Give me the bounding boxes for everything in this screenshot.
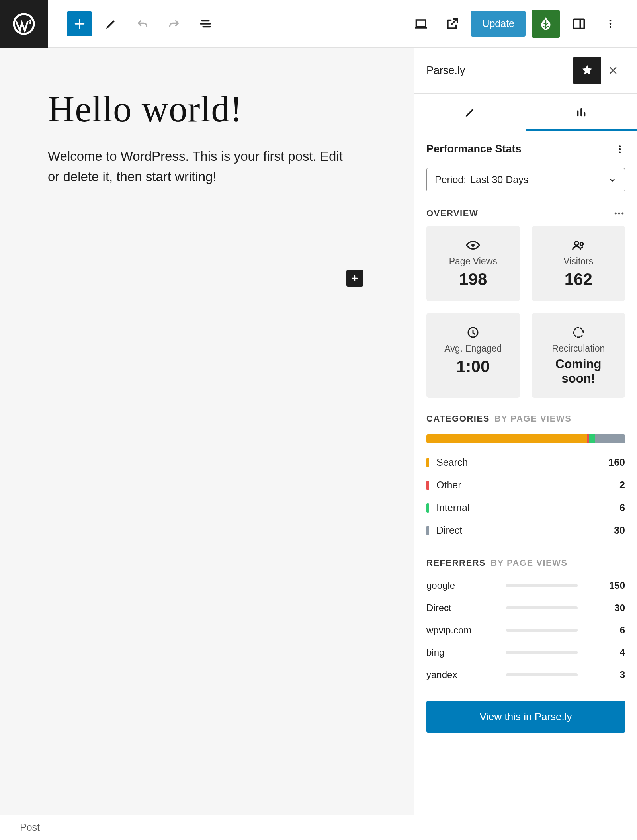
categories-bar-chart (426, 434, 625, 443)
category-chip (426, 526, 429, 535)
list-icon (198, 17, 213, 31)
tab-stats[interactable] (526, 94, 637, 131)
editor-canvas[interactable]: Hello world! Welcome to WordPress. This … (0, 48, 414, 815)
kebab-icon (615, 144, 625, 154)
card-recirculation-value: Coming soon! (538, 357, 619, 386)
card-visitors-value: 162 (565, 270, 592, 289)
svg-point-6 (619, 148, 621, 150)
users-icon (571, 237, 586, 254)
more-options-button[interactable] (598, 11, 623, 36)
performance-stats-menu[interactable] (615, 144, 625, 154)
referrer-bar (506, 606, 578, 609)
panel-icon (571, 16, 587, 32)
category-row: Search 160 (414, 451, 637, 474)
wordpress-icon (12, 12, 36, 36)
post-title[interactable]: Hello world! (48, 88, 366, 130)
close-sidebar-button[interactable] (601, 65, 625, 76)
category-value: 2 (619, 479, 625, 491)
redo-button[interactable] (161, 11, 186, 36)
update-button[interactable]: Update (471, 11, 526, 37)
close-icon (608, 65, 619, 76)
referrer-name: google (426, 580, 506, 591)
card-page-views-value: 198 (459, 270, 487, 289)
category-name: Other (436, 479, 461, 491)
redo-icon (167, 17, 181, 31)
svg-point-8 (615, 213, 617, 215)
referrers-label: REFERRERS (426, 558, 486, 568)
referrer-bar (506, 673, 578, 676)
open-external-button[interactable] (440, 11, 465, 36)
breadcrumb-item[interactable]: Post (20, 822, 40, 833)
referrer-value: 150 (609, 580, 625, 591)
post-body[interactable]: Welcome to WordPress. This is your first… (48, 146, 350, 187)
category-value: 6 (619, 502, 625, 514)
referrer-name: Direct (426, 602, 506, 613)
category-value: 30 (614, 525, 625, 536)
settings-sidebar-toggle[interactable] (566, 11, 591, 36)
view-button[interactable] (408, 11, 433, 36)
category-row: Other 2 (414, 474, 637, 496)
referrer-value: 4 (620, 647, 625, 658)
category-name: Internal (436, 502, 469, 514)
period-select[interactable]: Period: Last 30 Days (426, 168, 625, 191)
parsely-leaf-icon (537, 15, 555, 33)
card-recirculation-label: Recirculation (552, 343, 605, 354)
card-avg-engaged-label: Avg. Engaged (444, 343, 502, 354)
pin-sidebar-button[interactable] (573, 57, 601, 84)
bar-chart-icon (574, 105, 588, 119)
category-bar-segment (589, 434, 595, 443)
svg-rect-1 (573, 19, 584, 28)
edit-tools-button[interactable] (98, 11, 123, 36)
overview-label: OVERVIEW (426, 208, 478, 219)
overview-menu[interactable] (613, 207, 625, 219)
referrer-row: Direct 30 (414, 597, 637, 619)
svg-point-4 (609, 26, 611, 28)
category-value: 160 (608, 457, 625, 468)
pencil-icon (104, 17, 118, 31)
svg-point-10 (621, 213, 623, 215)
referrer-bar (506, 629, 578, 632)
category-row: Internal 6 (414, 496, 637, 519)
referrers-sublabel: BY PAGE VIEWS (490, 558, 568, 568)
external-link-icon (445, 16, 460, 31)
category-chip (426, 458, 429, 467)
period-value: Last 30 Days (470, 174, 528, 186)
kebab-icon (605, 18, 616, 29)
wordpress-logo-button[interactable] (0, 0, 48, 48)
chevron-down-icon (608, 176, 617, 184)
svg-point-13 (580, 242, 583, 246)
referrer-bar (506, 584, 578, 587)
categories-sublabel: BY PAGE VIEWS (494, 414, 572, 424)
refresh-icon (571, 324, 586, 341)
referrer-bar (506, 651, 578, 654)
card-recirculation: Recirculation Coming soon! (532, 313, 625, 398)
performance-stats-title: Performance Stats (426, 143, 522, 155)
referrer-value: 30 (614, 602, 625, 613)
plus-icon (72, 17, 87, 31)
period-label: Period: (435, 174, 466, 186)
svg-point-12 (574, 242, 578, 246)
referrer-row: wpvip.com 6 (414, 619, 637, 641)
pencil-icon (463, 105, 477, 119)
card-page-views-label: Page Views (449, 256, 497, 267)
undo-button[interactable] (130, 11, 155, 36)
footer-breadcrumb[interactable]: Post (0, 815, 637, 840)
laptop-icon (413, 16, 429, 32)
svg-point-3 (609, 23, 611, 25)
card-page-views: Page Views 198 (426, 226, 520, 301)
undo-icon (135, 17, 150, 31)
category-chip (426, 503, 429, 513)
document-overview-button[interactable] (193, 11, 218, 36)
insert-block-button[interactable] (346, 270, 363, 287)
parsely-plugin-button[interactable] (532, 10, 560, 38)
add-block-button[interactable] (67, 11, 92, 36)
svg-point-9 (618, 213, 620, 215)
plus-icon (350, 273, 360, 283)
svg-point-7 (619, 151, 621, 153)
referrer-value: 3 (620, 669, 625, 680)
tab-edit[interactable] (414, 94, 526, 131)
svg-point-2 (609, 20, 611, 21)
referrer-row: yandex 3 (414, 664, 637, 686)
topbar: Update (0, 0, 637, 48)
view-in-parsely-button[interactable]: View this in Parse.ly (426, 701, 625, 733)
